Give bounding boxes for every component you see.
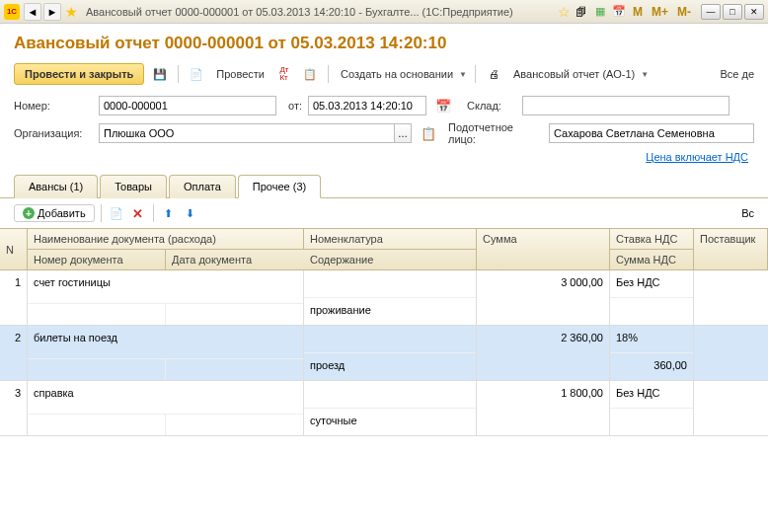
table-all-link[interactable]: Вс	[741, 207, 754, 219]
save-icon[interactable]: 💾	[150, 64, 170, 84]
tab-payment[interactable]: Оплата	[169, 175, 236, 198]
cell-supplier[interactable]	[694, 326, 768, 380]
cell-sum[interactable]: 2 360,00	[477, 326, 610, 380]
post-button[interactable]: Провести	[212, 65, 269, 83]
clipboard-icon[interactable]: 📋	[300, 64, 320, 84]
m-button[interactable]: M	[630, 5, 646, 19]
all-actions-link[interactable]: Все де	[720, 68, 754, 80]
table-row[interactable]: 2 билеты на поезд проезд 2 360,00 18% 36…	[0, 326, 768, 381]
cell-vat-rate[interactable]: 18%	[610, 326, 693, 353]
col-supplier[interactable]: Поставщик	[694, 229, 768, 270]
col-content[interactable]: Содержание	[304, 250, 476, 270]
table-toolbar: + Добавить 📄 ✕ ⬆ ⬇ Вс	[0, 198, 768, 228]
cell-content[interactable]: проживание	[304, 298, 476, 325]
m-minus-button[interactable]: M-	[674, 5, 694, 19]
plus-icon: +	[23, 207, 35, 219]
cell-doc-date[interactable]	[166, 304, 304, 325]
vat-link[interactable]: Цена включает НДС	[646, 151, 754, 163]
person-input[interactable]	[549, 123, 754, 143]
post-icon[interactable]: 📄	[187, 64, 206, 84]
dt-kt-icon[interactable]: ДтКт	[274, 64, 294, 84]
delete-row-icon[interactable]: ✕	[129, 204, 147, 222]
titlebar-tools: ☆ 🗐 ▦ 📅 M M+ M- — □ ✕	[558, 4, 764, 20]
number-input[interactable]	[99, 96, 276, 115]
move-down-icon[interactable]: ⬇	[182, 204, 199, 222]
favorite-icon[interactable]: ☆	[558, 4, 571, 20]
cell-nomen[interactable]	[304, 326, 476, 353]
cell-doc-date[interactable]	[166, 415, 304, 435]
table-row[interactable]: 3 справка суточные 1 800,00 Без НДС	[0, 381, 768, 436]
close-button[interactable]: ✕	[744, 4, 764, 20]
tab-other[interactable]: Прочее (3)	[238, 175, 321, 198]
cell-doc-num[interactable]	[28, 415, 166, 435]
form-row-1: Номер: от: 📅 Склад:	[0, 93, 768, 118]
dropdown-icon: ▼	[459, 70, 467, 79]
form-row-2: Организация: … 📋 Подотчетное лицо:	[0, 118, 768, 148]
cell-doc-date[interactable]	[166, 359, 304, 380]
move-up-icon[interactable]: ⬆	[160, 204, 178, 222]
calendar-picker-icon[interactable]: 📅	[435, 99, 451, 114]
tool-icon-1[interactable]: 🗐	[574, 4, 589, 20]
cell-doc-name[interactable]: справка	[28, 381, 303, 415]
star-icon[interactable]: ★	[65, 4, 78, 20]
cell-vat-rate[interactable]: Без НДС	[610, 381, 693, 409]
grid-body: 1 счет гостиницы проживание 3 000,00 Без…	[0, 270, 768, 436]
table-row[interactable]: 1 счет гостиницы проживание 3 000,00 Без…	[0, 270, 768, 326]
cell-sum[interactable]: 3 000,00	[477, 270, 610, 325]
tabs: Авансы (1) Товары Оплата Прочее (3)	[0, 166, 768, 198]
printer-icon[interactable]: 🖨	[484, 64, 503, 84]
copy-row-icon[interactable]: 📄	[108, 204, 125, 222]
cell-supplier[interactable]	[694, 270, 768, 325]
org-label: Организация:	[14, 127, 93, 139]
col-doc-date[interactable]: Дата документа	[166, 250, 304, 270]
document-header: Авансовый отчет 0000-000001 от 05.03.201…	[0, 24, 768, 59]
col-n[interactable]: N	[0, 229, 28, 270]
org-select-button[interactable]: …	[394, 123, 412, 143]
col-sum[interactable]: Сумма	[477, 229, 610, 270]
cell-content[interactable]: суточные	[304, 409, 476, 435]
cell-vat-rate[interactable]: Без НДС	[610, 270, 693, 298]
stock-label: Склад:	[467, 100, 516, 112]
main-toolbar: Провести и закрыть 💾 📄 Провести ДтКт 📋 С…	[0, 59, 768, 93]
col-doc-name[interactable]: Наименование документа (расхода)	[28, 229, 304, 250]
cell-supplier[interactable]	[694, 381, 768, 435]
cell-content[interactable]: проезд	[304, 353, 476, 380]
nav-fwd-button[interactable]: ►	[43, 3, 61, 21]
date-label: от:	[282, 100, 302, 112]
cell-vat-sum[interactable]: 360,00	[610, 353, 693, 380]
cell-sum[interactable]: 1 800,00	[477, 381, 610, 435]
tab-goods[interactable]: Товары	[100, 175, 167, 198]
cell-doc-name[interactable]: билеты на поезд	[28, 326, 303, 359]
cell-vat-sum[interactable]	[610, 409, 693, 435]
org-input[interactable]	[99, 123, 395, 143]
org-open-icon[interactable]: 📋	[421, 126, 436, 141]
tool-icon-2[interactable]: ▦	[592, 4, 608, 20]
calendar-icon[interactable]: 📅	[611, 4, 627, 20]
nav-back-button[interactable]: ◄	[24, 3, 41, 21]
add-button[interactable]: + Добавить	[14, 204, 95, 222]
date-input[interactable]	[308, 96, 426, 115]
col-doc-num[interactable]: Номер документа	[28, 250, 166, 270]
cell-n: 3	[0, 381, 28, 435]
stock-input[interactable]	[522, 96, 730, 115]
tab-advances[interactable]: Авансы (1)	[14, 175, 98, 198]
col-vat-sum[interactable]: Сумма НДС	[610, 250, 693, 270]
titlebar: 1C ◄ ► ★ Авансовый отчет 0000-000001 от …	[0, 0, 768, 24]
cell-nomen[interactable]	[304, 270, 476, 298]
cell-nomen[interactable]	[304, 381, 476, 409]
cell-doc-name[interactable]: счет гостиницы	[28, 270, 303, 304]
save-close-button[interactable]: Провести и закрыть	[14, 63, 144, 85]
cell-doc-num[interactable]	[28, 359, 166, 380]
app-icon: 1C	[4, 4, 20, 20]
cell-vat-sum[interactable]	[610, 298, 693, 325]
maximize-button[interactable]: □	[723, 4, 742, 20]
create-base-dropdown[interactable]: Создать на основании ▼	[337, 65, 467, 83]
col-nomen[interactable]: Номенклатура	[304, 229, 476, 250]
minimize-button[interactable]: —	[701, 4, 721, 20]
grid: N Наименование документа (расхода) Номер…	[0, 228, 768, 436]
m-plus-button[interactable]: M+	[649, 5, 671, 19]
col-vat-rate[interactable]: Ставка НДС	[610, 229, 693, 250]
print-dropdown[interactable]: Авансовый отчет (АО-1) ▼	[509, 65, 649, 83]
cell-doc-num[interactable]	[28, 304, 166, 325]
form-row-3: Цена включает НДС	[0, 148, 768, 166]
